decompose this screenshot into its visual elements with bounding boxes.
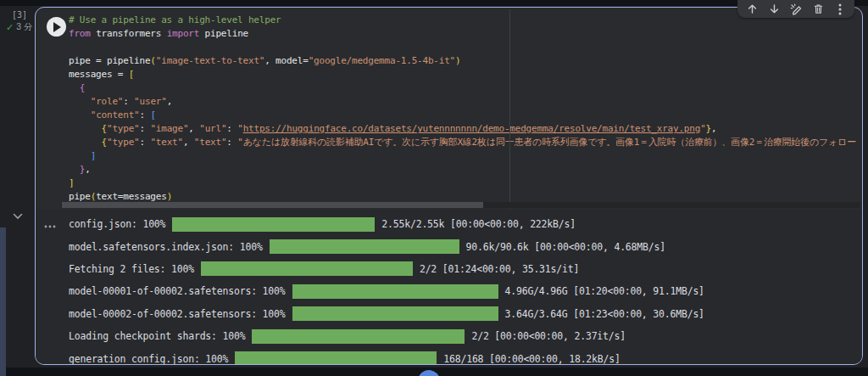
code-token — [69, 164, 80, 175]
code-token: "role" — [91, 96, 124, 107]
progress-bar — [292, 284, 498, 299]
progress-output: config.json: 100%2.55k/2.55k [00:00<00:0… — [69, 213, 860, 365]
progress-label: Loading checkpoint shards: 100% — [69, 330, 245, 342]
progress-label: model-00001-of-00002.safetensors: 100% — [69, 285, 286, 297]
code-token: ) — [167, 191, 172, 202]
progress-label: model.safetensors.index.json: 100% — [69, 241, 263, 253]
cell-toolbar — [737, 0, 854, 18]
play-icon — [53, 22, 61, 32]
cell-run-status: ✓ 3 分 — [6, 21, 32, 33]
collapse-output-button[interactable] — [9, 208, 26, 223]
progress-bar — [235, 351, 437, 365]
code-token: : — [140, 109, 151, 121]
trash-icon — [813, 3, 824, 14]
progress-row: model-00001-of-00002.safetensors: 100%4.… — [69, 280, 860, 302]
progress-row: Fetching 2 files: 100%2/2 [01:24<00:00, … — [69, 258, 860, 280]
cell-execution-count: [3] — [0, 10, 27, 20]
chevron-down-icon — [13, 210, 23, 222]
code-token: ] — [91, 150, 96, 161]
move-cell-down-button[interactable] — [768, 3, 780, 15]
code-line: {"type": "image", "url": "https://huggin… — [69, 122, 862, 136]
pencil-sparkle-icon — [790, 3, 802, 15]
code-token: , — [167, 96, 172, 107]
progress-row: generation_config.json: 100%168/168 [00:… — [69, 347, 860, 365]
arrow-up-icon — [747, 3, 758, 14]
code-token: ) — [455, 55, 460, 66]
code-token: "あなたは放射線科の読影補助AIです。次に示す胸部X線2枚は同一患者の時系列画像… — [237, 137, 856, 148]
code-token: "image-text-to-text" — [156, 55, 264, 66]
code-token: pipe = pipeline — [69, 55, 150, 66]
scrollbar-thumb[interactable] — [62, 202, 483, 208]
code-token: "url" — [199, 123, 226, 134]
scroll-indicator-button[interactable] — [418, 370, 440, 376]
code-token: "type" — [107, 137, 140, 148]
check-icon: ✓ — [6, 22, 14, 33]
progress-row: config.json: 100%2.55k/2.55k [00:00<00:0… — [69, 213, 860, 235]
code-line — [69, 41, 862, 54]
code-line: "content": [ — [69, 109, 862, 122]
progress-stats: 3.64G/3.64G [01:23<00:00, 30.6MB/s] — [505, 308, 704, 320]
code-token: "text" — [194, 137, 227, 148]
code-line: "role": "user", — [69, 95, 862, 109]
progress-bar — [201, 261, 413, 276]
progress-label: config.json: 100% — [69, 218, 165, 230]
delete-cell-button[interactable] — [812, 3, 824, 15]
progress-label: model-00002-of-00002.safetensors: 100% — [69, 308, 286, 320]
code-line: }, — [69, 163, 862, 177]
code-line: messages = [ — [69, 68, 862, 81]
code-line: ] — [69, 177, 862, 190]
code-token: "content" — [91, 109, 140, 121]
code-token: text=messages — [96, 191, 167, 202]
code-token: "type" — [107, 123, 140, 134]
code-token: # Use a pipeline as a high-level helper — [69, 14, 281, 25]
edit-cell-button[interactable] — [790, 3, 802, 15]
code-token: : — [123, 96, 134, 107]
code-token: https://huggingface.co/datasets/yutennnn… — [243, 123, 701, 134]
progress-stats: 168/168 [00:00<00:00, 18.2kB/s] — [443, 353, 620, 365]
code-token: , model= — [264, 55, 308, 66]
progress-row: model.safetensors.index.json: 100%90.6k/… — [69, 235, 860, 257]
progress-row: model-00002-of-00002.safetensors: 100%3.… — [69, 303, 860, 325]
progress-row: Loading checkpoint shards: 100%2/2 [00:0… — [69, 325, 860, 347]
more-actions-button[interactable] — [834, 3, 846, 15]
code-token: : — [140, 123, 151, 134]
arrow-down-icon — [769, 3, 780, 14]
code-token: "user" — [134, 96, 167, 107]
more-vert-icon — [838, 3, 842, 15]
progress-bar — [270, 239, 459, 254]
more-horizontal-icon — [44, 218, 56, 231]
code-token: , — [188, 123, 199, 134]
code-line: ] — [69, 149, 862, 163]
progress-stats: 4.96G/4.96G [01:20<00:00, 91.1MB/s] — [505, 285, 704, 297]
progress-stats: 2/2 [00:00<00:00, 2.37it/s] — [471, 330, 626, 342]
progress-stats: 2/2 [01:24<00:00, 35.31s/it] — [420, 263, 579, 275]
code-token: transformers — [91, 28, 167, 39]
code-token — [69, 96, 91, 107]
code-token: import — [167, 28, 200, 39]
code-token: [ — [150, 109, 155, 121]
progress-stats: 2.55k/2.55k [00:00<00:00, 222kB/s] — [381, 218, 576, 230]
code-token — [69, 123, 102, 134]
progress-stats: 90.6k/90.6k [00:00<00:00, 4.68MB/s] — [466, 241, 665, 253]
code-token — [69, 137, 102, 148]
cell-runtime-label: 3 分 — [16, 21, 32, 33]
code-line: { — [69, 81, 862, 95]
code-token: from — [69, 28, 91, 39]
code-editor[interactable]: # Use a pipeline as a high-level helperf… — [69, 14, 862, 209]
code-token — [69, 150, 91, 161]
code-line: {"type": "text", "text": "あなたは放射線科の読影補助A… — [69, 136, 862, 149]
run-cell-button[interactable] — [47, 17, 66, 36]
code-token: , — [711, 123, 716, 134]
progress-bar — [172, 217, 375, 232]
code-horizontal-scrollbar[interactable] — [61, 202, 860, 208]
code-token: ] — [69, 177, 74, 188]
code-token: "google/medgemma-1.5-4b-it" — [309, 55, 455, 66]
output-options-button[interactable] — [42, 216, 58, 233]
code-token: { — [80, 82, 85, 93]
editor-column-ruler — [509, 9, 510, 209]
progress-label: generation_config.json: 100% — [69, 353, 228, 365]
code-token: [ — [129, 69, 134, 80]
page-scrollbar[interactable] — [0, 227, 6, 376]
move-cell-up-button[interactable] — [746, 3, 758, 15]
progress-bar — [252, 329, 465, 344]
